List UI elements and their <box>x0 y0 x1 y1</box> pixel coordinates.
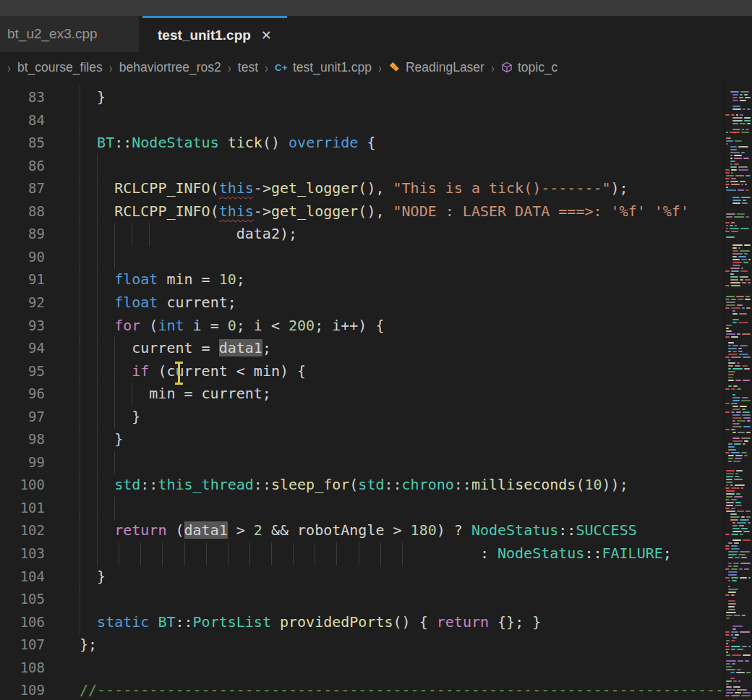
minimap-line <box>728 557 733 558</box>
minimap-line <box>731 499 737 500</box>
minimap-line <box>730 672 735 673</box>
breadcrumb-item-readinglaser[interactable]: ReadingLaser <box>388 60 484 75</box>
code-text: min = current; <box>80 383 271 406</box>
minimap-line <box>740 228 749 229</box>
code-line[interactable]: 101 <box>0 497 725 520</box>
code-text: } <box>80 86 106 109</box>
minimap-mark <box>725 178 730 179</box>
minimap-line <box>743 654 751 656</box>
code-line[interactable]: 86 <box>0 155 725 178</box>
code-line[interactable]: 97 } <box>0 406 725 429</box>
indent-guide <box>80 451 80 474</box>
code-line[interactable]: 87 RCLCPP_INFO(this->get_logger(), "This… <box>0 177 725 200</box>
code-line[interactable]: 103 : NodeStatus::FAILURE; <box>0 542 725 565</box>
minimap-line <box>742 414 751 416</box>
minimap-line <box>731 299 736 300</box>
minimap-line <box>740 270 748 272</box>
code-line[interactable]: 94 current = data1; <box>0 337 725 360</box>
minimap-line <box>741 695 751 696</box>
line-number: 102 <box>0 519 45 542</box>
minimap-line <box>734 216 744 218</box>
minimap-line <box>741 452 747 453</box>
minimap-line <box>732 319 739 320</box>
breadcrumb-item-bt-course-files[interactable]: bt_course_files <box>17 60 103 75</box>
minimap-line <box>735 476 740 477</box>
minimap-line <box>743 426 751 427</box>
minimap[interactable] <box>724 82 752 700</box>
code-line[interactable]: 99 <box>0 451 725 474</box>
minimap-line <box>732 539 741 541</box>
minimap-line <box>735 365 740 367</box>
code-text: current = data1; <box>80 337 271 360</box>
minimap-line <box>728 362 735 364</box>
minimap-line <box>731 649 735 650</box>
minimap-line <box>737 669 741 670</box>
line-number: 95 <box>0 360 45 383</box>
minimap-line <box>744 244 751 246</box>
breadcrumb-item-test-unit1-cpp[interactable]: C+test_unit1.cpp <box>275 60 372 75</box>
code-line[interactable]: 109//-----------------------------------… <box>0 679 725 700</box>
close-icon[interactable]: ✕ <box>261 27 272 43</box>
code-line[interactable]: 104 } <box>0 565 725 589</box>
minimap-line <box>748 282 751 283</box>
code-line[interactable]: 88 RCLCPP_INFO(this->get_logger(), "NODE… <box>0 200 725 223</box>
minimap-line <box>726 470 735 471</box>
minimap-line <box>726 330 732 332</box>
line-number: 92 <box>0 291 45 315</box>
code-line[interactable]: 85 BT::NodeStatus tick() override { <box>0 132 725 155</box>
minimap-line <box>726 663 730 665</box>
code-line[interactable]: 92 float current; <box>0 291 725 315</box>
line-number: 106 <box>0 611 45 634</box>
code-line[interactable]: 83 } <box>0 86 725 109</box>
minimap-line <box>744 120 751 121</box>
line-number: 93 <box>0 315 45 338</box>
indent-guide <box>114 451 115 474</box>
minimap-line <box>741 516 745 518</box>
code-editor[interactable]: 83 }8485 BT::NodeStatus tick() override … <box>0 82 725 700</box>
code-line[interactable]: 96 min = current; <box>0 383 725 406</box>
minimap-line <box>745 216 749 218</box>
breadcrumb-item-behaviortree-ros2[interactable]: behaviortree_ros2 <box>119 60 221 75</box>
cpp-file-icon: C+ <box>275 62 288 73</box>
window-title-bar <box>0 0 752 16</box>
minimap-line <box>730 273 734 275</box>
tab-bt-u2-ex3[interactable]: bt_u2_ex3.cpp <box>0 16 139 52</box>
code-line[interactable]: 107}; <box>0 633 725 657</box>
minimap-line <box>748 259 751 260</box>
minimap-line <box>744 117 751 119</box>
code-line[interactable]: 90 <box>0 246 725 269</box>
code-line[interactable]: 89 data2); <box>0 223 725 246</box>
minimap-line <box>726 302 735 303</box>
code-line[interactable]: 95 if (current < min) { <box>0 360 725 383</box>
indent-guide <box>97 497 98 520</box>
minimap-line <box>726 482 732 483</box>
minimap-line <box>742 202 748 204</box>
minimap-line <box>732 663 735 665</box>
code-line[interactable]: 84 <box>0 109 725 132</box>
code-line[interactable]: 105 <box>0 588 725 611</box>
code-line[interactable]: 102 return (data1 > 2 && robotAngle > 18… <box>0 519 725 542</box>
minimap-line <box>738 146 748 148</box>
code-line[interactable]: 100 std::this_thread::sleep_for(std::chr… <box>0 474 725 497</box>
indent-guide <box>80 246 80 269</box>
class-symbol-icon <box>388 62 401 73</box>
minimap-line <box>728 368 731 370</box>
minimap-line <box>731 429 735 430</box>
minimap-line <box>737 333 740 335</box>
breadcrumb-item-test[interactable]: test <box>238 60 258 75</box>
code-line[interactable]: 106 static BT::PortsList providedPorts()… <box>0 611 725 634</box>
code-line[interactable]: 108 <box>0 657 725 680</box>
minimap-mark <box>725 336 730 338</box>
minimap-line <box>747 123 751 124</box>
code-text: data2); <box>80 223 297 246</box>
tab-test-unit1[interactable]: test_unit1.cpp ✕ <box>142 16 287 52</box>
code-line[interactable]: 98 } <box>0 428 725 451</box>
line-number: 84 <box>0 109 45 132</box>
code-text: //--------------------------------------… <box>80 679 724 700</box>
minimap-line <box>732 259 740 260</box>
breadcrumb-item-topic-c[interactable]: topic_c <box>501 60 557 75</box>
code-line[interactable]: 91 float min = 10; <box>0 268 725 291</box>
minimap-line <box>742 646 747 647</box>
minimap-line <box>738 322 748 323</box>
code-line[interactable]: 93 for (int i = 0; i < 200; i++) { <box>0 315 725 338</box>
